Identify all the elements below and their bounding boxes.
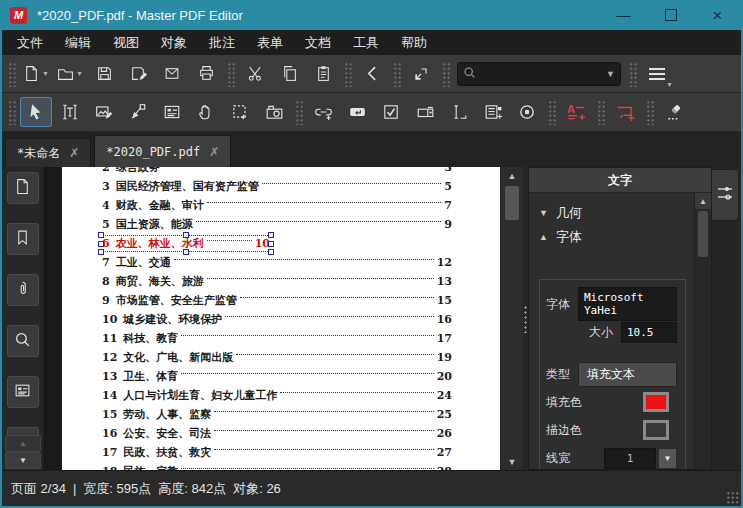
toc-row[interactable]: 4财政、金融、审计7 <box>102 196 452 215</box>
add-link-button[interactable] <box>308 98 338 126</box>
selection-handle-tm[interactable] <box>183 232 189 238</box>
sidebar-item-search[interactable] <box>7 325 39 357</box>
search-box[interactable]: ▼ <box>457 62 621 86</box>
email-button[interactable] <box>157 60 187 88</box>
toc-row[interactable]: 9市场监管、安全生产监管15 <box>102 291 452 310</box>
edit-path-button[interactable] <box>123 98 153 126</box>
toolbar-grip[interactable] <box>343 61 352 87</box>
toolbar-grip[interactable] <box>7 99 16 125</box>
new-document-button[interactable]: ▼ <box>21 60 51 88</box>
toc-row[interactable]: 6农业、林业、水利10 <box>102 234 452 253</box>
text-comment-button[interactable]: A <box>561 98 591 126</box>
save-button[interactable] <box>89 60 119 88</box>
selection-handle-br[interactable] <box>268 249 274 255</box>
scrollbar-thumb[interactable] <box>505 186 519 220</box>
toolbar-grip[interactable] <box>547 99 556 125</box>
font-size-input[interactable]: 10.5 <box>621 322 677 343</box>
panel-scroll-up-icon[interactable]: ▲ <box>695 193 711 209</box>
edit-image-button[interactable] <box>89 98 119 126</box>
menu-tools[interactable]: 工具 <box>342 30 390 55</box>
sidebar-scroll-up-button[interactable]: ▲ <box>5 435 41 452</box>
text-field-button[interactable] <box>444 98 474 126</box>
menu-comment[interactable]: 批注 <box>198 30 246 55</box>
properties-panel-toggle[interactable] <box>712 169 739 221</box>
toc-row[interactable]: 3国民经济管理、国有资产监管5 <box>102 177 452 196</box>
frame-annotation-button[interactable] <box>610 98 640 126</box>
toc-text-object[interactable]: 6农业、林业、水利10 <box>102 235 270 252</box>
line-width-input[interactable]: 1 <box>604 448 656 469</box>
minimize-button[interactable]: — <box>600 0 647 30</box>
selection-handle-tr[interactable] <box>268 232 274 238</box>
combobox-field-button[interactable] <box>410 98 440 126</box>
panel-scrollbar[interactable]: ▲ <box>694 193 711 469</box>
line-width-dropdown-icon[interactable]: ▼ <box>658 448 677 469</box>
sidebar-item-bookmarks[interactable] <box>7 223 39 255</box>
toc-row[interactable]: 15劳动、人事、监察25 <box>102 405 452 424</box>
pdf-page[interactable]: 2综合政务33国民经济管理、国有资产监管54财政、金融、审计75国土资源、能源9… <box>62 167 500 470</box>
document-tab-0[interactable]: *未命名✗ <box>5 138 91 167</box>
dropdown-arrow-icon[interactable]: ▼ <box>42 70 49 77</box>
toolbar-grip[interactable] <box>392 61 401 87</box>
maximize-button[interactable] <box>647 0 694 30</box>
toolbar-grip[interactable] <box>628 61 637 87</box>
dropdown-arrow-icon[interactable]: ▼ <box>76 70 83 77</box>
toc-row[interactable]: 10城乡建设、环境保护16 <box>102 310 452 329</box>
select-area-button[interactable] <box>225 98 255 126</box>
panel-section-0[interactable]: ▼几何 <box>539 201 690 225</box>
select-button[interactable] <box>21 98 51 126</box>
toc-row[interactable]: 14人口与计划生育、妇女儿童工作24 <box>102 386 452 405</box>
selection-handle-ml[interactable] <box>98 241 104 247</box>
toc-row[interactable]: 5国土资源、能源9 <box>102 215 452 234</box>
close-button[interactable]: × <box>694 0 741 30</box>
expand-icon[interactable]: ▼ <box>539 208 556 218</box>
font-name-input[interactable]: Microsoft YaHei <box>578 287 677 321</box>
stroke-color-swatch[interactable] <box>643 420 669 440</box>
type-dropdown[interactable]: 填充文本 <box>578 362 677 387</box>
panel-splitter[interactable] <box>523 167 528 470</box>
save-as-button[interactable] <box>123 60 153 88</box>
edit-forms-button[interactable] <box>157 98 187 126</box>
menu-file[interactable]: 文件 <box>6 30 54 55</box>
button-field-button[interactable] <box>342 98 372 126</box>
main-menu-button[interactable]: ▼ <box>642 60 672 88</box>
search-dropdown-icon[interactable]: ▼ <box>606 69 615 79</box>
menu-view[interactable]: 视图 <box>102 30 150 55</box>
panel-scrollbar-thumb[interactable] <box>698 211 708 257</box>
toc-row[interactable]: 12文化、广电、新闻出版19 <box>102 348 452 367</box>
toolbar-grip[interactable] <box>596 99 605 125</box>
toolbar-grip[interactable] <box>7 61 16 87</box>
fit-page-button[interactable] <box>406 60 436 88</box>
tab-close-icon[interactable]: ✗ <box>209 146 219 158</box>
snapshot-button[interactable] <box>259 98 289 126</box>
sidebar-scroll-down-button[interactable]: ▼ <box>5 452 41 469</box>
toc-row[interactable]: 16公安、安全、司法26 <box>102 424 452 443</box>
toc-row[interactable]: 11科技、教育17 <box>102 329 452 348</box>
selection-handle-mr[interactable] <box>268 241 274 247</box>
edit-text-button[interactable] <box>55 98 85 126</box>
selection-handle-tl[interactable] <box>98 232 104 238</box>
paste-button[interactable] <box>308 60 338 88</box>
eraser-button[interactable] <box>659 98 689 126</box>
toc-row[interactable]: 13卫生、体育20 <box>102 367 452 386</box>
toc-row[interactable]: 8商贸、海关、旅游13 <box>102 272 452 291</box>
toc-row[interactable]: 2综合政务3 <box>102 167 452 177</box>
listbox-field-button[interactable] <box>478 98 508 126</box>
toc-row[interactable]: 18民族、宗教28 <box>102 462 452 470</box>
menu-help[interactable]: 帮助 <box>390 30 438 55</box>
cut-button[interactable] <box>240 60 270 88</box>
menu-edit[interactable]: 编辑 <box>54 30 102 55</box>
open-folder-button[interactable]: ▼ <box>55 60 85 88</box>
panel-section-1[interactable]: ▲字体 <box>539 225 690 249</box>
toc-row[interactable]: 7工业、交通12 <box>102 253 452 272</box>
sidebar-item-attachments[interactable] <box>7 274 39 306</box>
toolbar-grip[interactable] <box>294 99 303 125</box>
search-input[interactable] <box>476 66 604 82</box>
print-button[interactable] <box>191 60 221 88</box>
menu-forms[interactable]: 表单 <box>246 30 294 55</box>
radio-field-button[interactable] <box>512 98 542 126</box>
toc-row[interactable]: 17民政、扶贫、救灾27 <box>102 443 452 462</box>
sidebar-item-page-thumbnails[interactable] <box>7 172 39 204</box>
sidebar-item-form-fields[interactable] <box>7 376 39 408</box>
scroll-up-arrow-icon[interactable]: ▲ <box>501 167 523 184</box>
copy-button[interactable] <box>274 60 304 88</box>
